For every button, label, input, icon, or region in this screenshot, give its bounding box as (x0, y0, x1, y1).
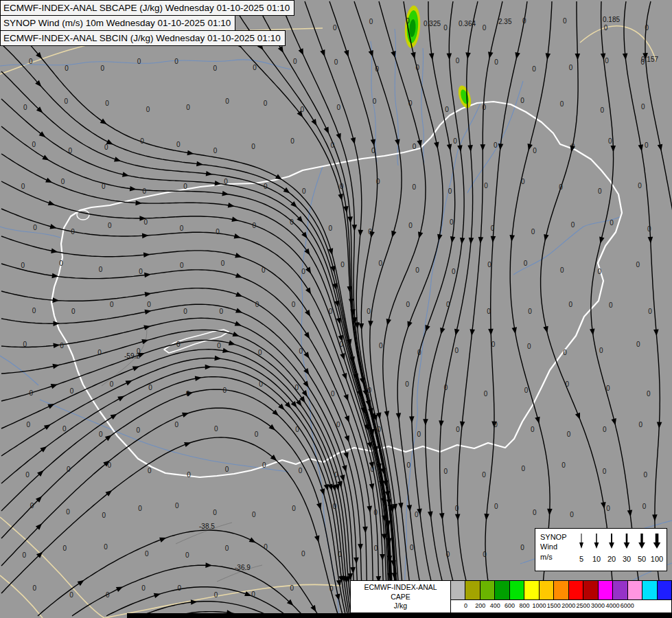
streamline-arrowhead-icon (515, 52, 520, 59)
cape-tick-label: 1000 (532, 602, 546, 609)
streamline-arrowhead-icon (196, 161, 203, 167)
header-line-sbcin: ECMWF-INDEX-ANAL SBCIN (J/kg) Wednesday … (0, 30, 286, 46)
streamline-arrowhead-icon (417, 140, 421, 147)
wind-legend-scale: 510203050100 (572, 529, 667, 571)
streamline-arrowhead-icon (311, 119, 316, 126)
streamline-arrowhead-icon (642, 53, 648, 60)
wind-streamline (1, 318, 361, 618)
streamline-arrowhead-icon (338, 194, 343, 201)
streamline-arrowhead-icon (231, 217, 238, 222)
streamline-arrowhead-icon (352, 225, 358, 231)
wind-streamline (541, 1, 614, 618)
streamline-arrowhead-icon (362, 527, 368, 534)
streamline-arrowhead-icon (407, 505, 413, 512)
streamline-arrowhead-icon (345, 435, 349, 442)
wind-streamline (231, 1, 398, 618)
streamline-arrowhead-icon (367, 506, 372, 513)
cape-color-cell (642, 581, 657, 599)
streamline-arrowhead-icon (386, 319, 391, 325)
streamline-arrowhead-icon (302, 390, 308, 397)
streamline-arrowhead-icon (478, 237, 484, 244)
cape-legend-source: ECMWF-INDEX-ANAL (351, 583, 450, 593)
streamline-arrowhead-icon (470, 329, 475, 336)
cape-colorscale: 0200400600800100015002000250030004000600… (450, 581, 671, 613)
streamline-arrowhead-icon (283, 187, 290, 194)
streamline-arrowhead-icon (320, 49, 325, 56)
header-line-wind: SYNOP Wind (m/s) 10m Wednesday 01-10-202… (0, 15, 235, 31)
streamline-arrowhead-icon (648, 237, 653, 244)
streamline-arrowhead-icon (126, 380, 132, 386)
cape-color-cell (554, 581, 568, 599)
wind-streamline (397, 1, 443, 618)
cape-legend-units: J/kg (351, 602, 450, 611)
cape-legend: ECMWF-INDEX-ANAL CAPE J/kg 0200400600800… (350, 580, 672, 613)
wind-legend-source: SYNOP (540, 532, 572, 542)
cape-color-cell (524, 581, 539, 599)
streamline-arrowhead-icon (184, 442, 191, 447)
streamline-arrowhead-icon (53, 343, 60, 349)
streamline-arrowhead-icon (439, 513, 445, 520)
streamline-arrowhead-icon (154, 593, 161, 598)
streamline-arrowhead-icon (653, 329, 659, 336)
cape-color-cell (569, 581, 583, 599)
cape-color-cell (495, 581, 509, 599)
streamline-arrowhead-icon (371, 139, 375, 146)
wind-arrow-icons: 510203050100 (572, 529, 667, 571)
streamline-arrowhead-icon (426, 325, 430, 332)
streamline-arrowhead-icon (512, 327, 517, 334)
streamline-arrowhead-icon (45, 178, 52, 183)
wind-streamline (72, 565, 310, 618)
wind-speed-label: 50 (638, 555, 646, 563)
streamline-arrowhead-icon (42, 155, 49, 161)
streamline-arrowhead-icon (509, 235, 515, 242)
streamline-arrowhead-icon (305, 310, 310, 317)
streamline-arrowhead-icon (369, 461, 374, 468)
cape-color-cell (599, 581, 613, 599)
streamline-arrowhead-icon (460, 422, 465, 428)
wind-legend-units: m/s (540, 552, 572, 562)
streamline-arrowhead-icon (359, 323, 364, 330)
streamline-arrowhead-icon (105, 435, 112, 442)
streamline-arrowhead-icon (143, 325, 150, 330)
streamline-arrowhead-icon (544, 234, 548, 241)
wind-speed-label: 20 (607, 555, 616, 563)
wind-arrowhead-icon (653, 542, 661, 549)
streamline-arrowhead-icon (338, 335, 343, 342)
streamline-arrowhead-icon (303, 381, 308, 388)
map-canvas (0, 0, 672, 618)
streamline-arrowhead-icon (658, 144, 663, 151)
streamline-arrowhead-icon (143, 253, 150, 258)
streamline-arrowhead-icon (347, 216, 353, 223)
streamline-arrowhead-icon (575, 413, 580, 420)
streamline-arrowhead-icon (535, 417, 540, 424)
streamline-arrowhead-icon (296, 400, 302, 407)
streamline-arrowhead-icon (235, 273, 242, 278)
streamline-arrowhead-icon (122, 172, 129, 176)
cape-legend-parameter: CAPE (351, 593, 450, 602)
streamline-arrowhead-icon (310, 605, 316, 612)
streamline-arrowhead-icon (187, 391, 194, 396)
header-line-sbcape: ECMWF-INDEX-ANAL SBCAPE (J/kg) Wednesday… (0, 0, 294, 16)
streamline-arrowhead-icon (44, 424, 51, 430)
streamline-arrowhead-icon (491, 236, 496, 243)
streamline-arrowhead-icon (391, 51, 395, 58)
wind-streamline (1, 154, 391, 618)
wind-legend: SYNOP Wind m/s 510203050100 (535, 528, 667, 571)
streamline-arrowhead-icon (384, 411, 390, 417)
streamline-arrowhead-icon (369, 483, 375, 490)
streamline-arrowhead-icon (460, 238, 465, 244)
wind-streamline (1, 377, 349, 618)
streamline-arrowhead-icon (195, 376, 202, 381)
streamline-arrowhead-icon (135, 201, 142, 206)
streamline-arrowhead-icon (206, 171, 213, 176)
cape-tick-label: 4000 (605, 602, 619, 609)
streamline-arrowhead-icon (222, 348, 229, 353)
streamline-arrowhead-icon (52, 364, 59, 369)
streamline-arrowhead-icon (53, 297, 60, 303)
streamline-arrowhead-icon (144, 273, 151, 278)
streamline-arrowhead-icon (229, 341, 235, 345)
streamline-arrowhead-icon (652, 514, 658, 521)
streamline-arrowhead-icon (623, 53, 628, 60)
streamline-arrowhead-icon (142, 233, 149, 239)
wind-speed-label: 5 (579, 555, 583, 563)
